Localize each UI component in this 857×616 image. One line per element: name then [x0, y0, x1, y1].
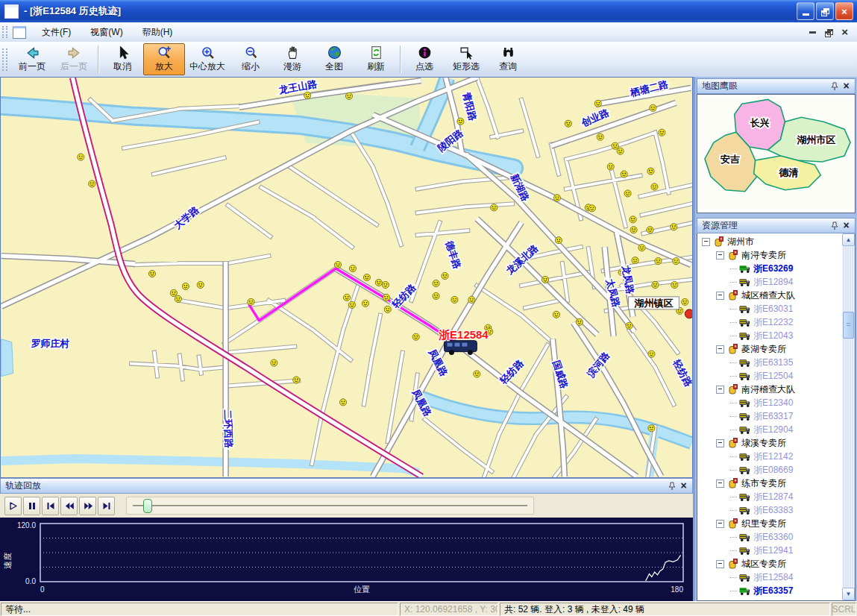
tree-item-浙E63383[interactable]: 浙E63383: [697, 503, 842, 517]
collapse-icon[interactable]: [716, 560, 724, 568]
toolbar-grip[interactable]: [2, 48, 7, 71]
vehicle-marker-icon[interactable]: [442, 272, 448, 279]
scrollbar-thumb[interactable]: [843, 312, 854, 339]
tree-item-浙E12340[interactable]: 浙E12340: [697, 396, 842, 409]
slider-thumb[interactable]: [143, 499, 152, 513]
tree-item-湖州市[interactable]: 湖州市: [697, 235, 842, 248]
vehicle-marker-icon[interactable]: [671, 224, 677, 230]
minimize-button[interactable]: [797, 2, 814, 20]
vehicle-marker-icon[interactable]: [621, 171, 627, 177]
scroll-up-icon[interactable]: ▲: [842, 233, 855, 246]
replay-slider[interactable]: [126, 497, 534, 515]
restore-button[interactable]: [816, 2, 834, 20]
vehicle-marker-icon[interactable]: [433, 280, 439, 286]
vehicle-marker-icon[interactable]: [304, 92, 311, 98]
tree-item-浙E12043[interactable]: 浙E12043: [697, 329, 842, 342]
close-panel-icon[interactable]: ×: [841, 221, 852, 231]
collapse-icon[interactable]: [716, 439, 724, 447]
tree-item-城区稽查大队[interactable]: 城区稽查大队: [697, 289, 842, 302]
tree-item-浙E63135[interactable]: 浙E63135: [697, 356, 842, 369]
tree-item-浙E12941[interactable]: 浙E12941: [697, 544, 842, 557]
toolbar-button-point-select[interactable]: 点选: [404, 43, 445, 75]
close-panel-icon[interactable]: ×: [678, 481, 689, 491]
vehicle-marker-icon[interactable]: [362, 300, 368, 307]
toolbar-button-center-zoom[interactable]: 中心放大: [185, 43, 230, 75]
vehicle-marker-icon[interactable]: [170, 289, 177, 296]
vehicle-marker-icon[interactable]: [343, 294, 350, 301]
vehicle-marker-icon[interactable]: [148, 270, 155, 277]
vehicle-marker-icon[interactable]: [474, 371, 480, 377]
collapse-icon[interactable]: [702, 238, 710, 246]
tree-item-南浔专卖所[interactable]: 南浔专卖所: [697, 248, 842, 262]
toolbar-button-query-binoculars[interactable]: 查询: [487, 43, 529, 75]
vehicle-marker-icon[interactable]: [624, 190, 631, 197]
vehicle-marker-icon[interactable]: [650, 104, 656, 111]
collapse-icon[interactable]: [716, 292, 724, 300]
vehicle-marker-icon[interactable]: [271, 359, 277, 366]
tree-scrollbar[interactable]: ▲ ▼: [842, 233, 855, 600]
vehicle-marker-icon[interactable]: [555, 237, 562, 244]
vehicle-marker-icon[interactable]: [384, 306, 391, 312]
menu-item-2[interactable]: 帮助(H): [133, 24, 183, 40]
replay-rewind-button[interactable]: [60, 497, 78, 515]
vehicle-marker-icon[interactable]: [248, 298, 254, 305]
vehicle-marker-icon[interactable]: [345, 92, 352, 99]
toolbar-button-zoom-out[interactable]: 缩小: [230, 43, 271, 75]
vehicle-marker-icon[interactable]: [617, 148, 624, 154]
collapse-icon[interactable]: [716, 345, 724, 353]
vehicle-marker-icon[interactable]: [652, 281, 659, 288]
tree-item-浙E63269[interactable]: 浙E63269: [697, 262, 842, 275]
vehicle-marker-icon[interactable]: [588, 205, 595, 212]
vehicle-marker-icon[interactable]: [491, 204, 497, 211]
tree-item-浙E63317[interactable]: 浙E63317: [697, 409, 842, 423]
vehicle-marker-icon[interactable]: [457, 118, 464, 125]
collapse-icon[interactable]: [716, 386, 724, 394]
tree-item-织里专卖所[interactable]: 织里专卖所: [697, 517, 842, 530]
map-svg[interactable]: 龙王山路青阳路栖塘二路创业路陵阳路新湖路大学路德丰路龙溪北路轻纺路轻纺路轻纺路凤…: [1, 78, 692, 477]
mdi-restore-icon[interactable]: [825, 29, 832, 36]
tree-item-浙E12142[interactable]: 浙E12142: [697, 450, 842, 463]
vehicle-marker-icon[interactable]: [553, 311, 559, 318]
vehicle-marker-icon[interactable]: [682, 298, 688, 305]
pin-icon[interactable]: [829, 221, 841, 231]
vehicle-marker-icon[interactable]: [626, 322, 632, 329]
pin-icon[interactable]: [829, 81, 841, 92]
tree-item-浙E12904[interactable]: 浙E12904: [697, 423, 842, 436]
toolbar-button-prev-page[interactable]: 前一页: [11, 43, 53, 75]
tree-item-菱湖专卖所[interactable]: 菱湖专卖所: [697, 342, 842, 356]
mdi-minimize-icon[interactable]: [809, 31, 816, 34]
vehicle-marker-icon[interactable]: [339, 399, 346, 406]
menu-item-0[interactable]: 文件(F): [32, 24, 81, 40]
vehicle-marker-icon[interactable]: [632, 257, 638, 264]
vehicle-marker-icon[interactable]: [630, 216, 636, 223]
tree-item-浙E63357[interactable]: 浙E63357: [697, 584, 842, 597]
collapse-icon[interactable]: [716, 480, 724, 488]
tree-item-城区专卖所[interactable]: 城区专卖所: [697, 557, 842, 571]
tree-item-埭溪专卖所[interactable]: 埭溪专卖所: [697, 436, 842, 450]
toolbar-button-next-page[interactable]: 后一页: [53, 43, 95, 75]
toolbar-button-rect-select[interactable]: 矩形选: [445, 43, 487, 75]
vehicle-marker-icon[interactable]: [671, 281, 678, 288]
close-button[interactable]: ×: [835, 2, 853, 20]
tree-item-浙E12232[interactable]: 浙E12232: [697, 315, 842, 329]
replay-play-button[interactable]: [4, 497, 22, 515]
vehicle-marker-icon[interactable]: [197, 281, 204, 288]
vehicle-marker-icon[interactable]: [612, 142, 618, 149]
pin-icon[interactable]: [667, 481, 678, 491]
tree-item-浙E12894[interactable]: 浙E12894: [697, 275, 842, 289]
vehicle-marker-icon[interactable]: [349, 265, 356, 271]
vehicle-marker-icon[interactable]: [89, 180, 95, 187]
eagle-eye-map[interactable]: 长兴湖州市区安吉德清: [697, 94, 856, 213]
vehicle-marker-icon[interactable]: [648, 425, 655, 432]
tree-item-浙E12874[interactable]: 浙E12874: [697, 490, 842, 503]
toolbar-button-cancel-cursor[interactable]: 取消: [101, 43, 143, 75]
vehicle-marker-icon[interactable]: [597, 133, 603, 140]
tree-item-南浔稽查大队[interactable]: 南浔稽查大队: [697, 383, 842, 396]
replay-step-end-button[interactable]: [98, 497, 115, 515]
toolbar-button-refresh[interactable]: 刷新: [355, 43, 397, 75]
menu-item-1[interactable]: 视窗(W): [81, 24, 132, 40]
menubar-grip[interactable]: [2, 26, 7, 38]
tree-item-浙E63031[interactable]: 浙E63031: [697, 302, 842, 315]
vehicle-marker-icon[interactable]: [655, 258, 662, 265]
replay-fast-forward-button[interactable]: [79, 497, 96, 515]
